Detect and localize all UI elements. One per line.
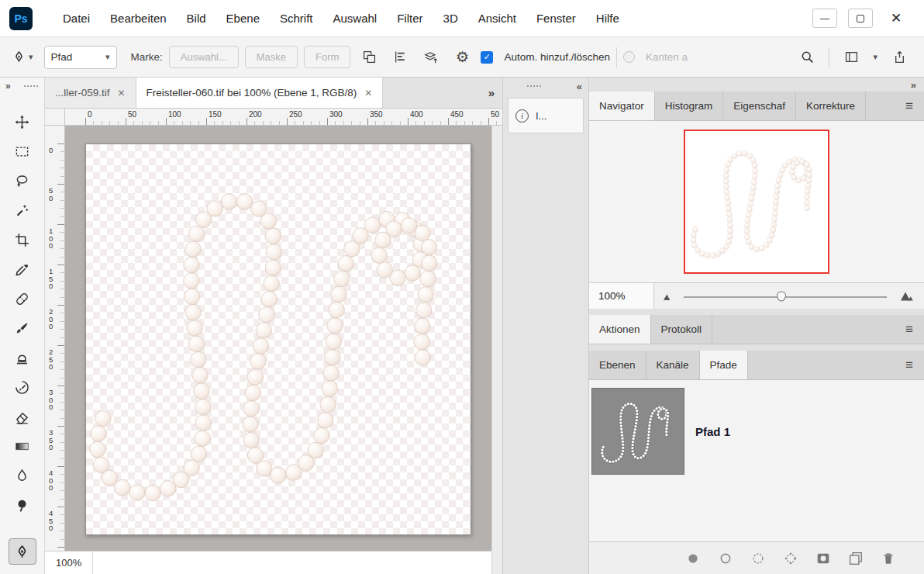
quick-selection-tool[interactable] xyxy=(9,197,36,223)
panel-grip[interactable] xyxy=(526,85,542,88)
brush-tool[interactable] xyxy=(9,315,36,341)
chevron-down-icon[interactable]: ▾ xyxy=(873,52,877,62)
option-button-2[interactable]: Form xyxy=(304,46,350,68)
option-button-0[interactable]: Auswahl... xyxy=(169,46,239,68)
gradient-tool[interactable] xyxy=(9,433,36,459)
stroke-path-button[interactable] xyxy=(718,551,733,566)
menu-item-2[interactable]: Bild xyxy=(177,0,216,37)
zoom-in-icon[interactable] xyxy=(890,290,924,302)
healing-brush-tool[interactable] xyxy=(9,285,36,312)
right-panel-header: » xyxy=(589,78,924,92)
slider-thumb[interactable] xyxy=(777,291,786,301)
crop-tool[interactable] xyxy=(9,226,36,253)
tab-close-icon[interactable]: ✕ xyxy=(364,88,372,99)
menu-item-0[interactable]: Datei xyxy=(53,0,100,37)
search-button[interactable] xyxy=(795,45,819,70)
dodge-tool[interactable] xyxy=(9,492,36,518)
droplet-icon xyxy=(15,469,29,483)
document-tab-0[interactable]: ...ller-059.tif✕ xyxy=(45,78,136,108)
add-mask-button[interactable] xyxy=(815,551,831,566)
fill-path-button[interactable] xyxy=(685,551,701,566)
kanten-label: Kanten a xyxy=(646,51,688,63)
eraser-tool[interactable] xyxy=(9,403,36,430)
collapsed-panel-column: « i I... xyxy=(502,78,589,574)
tab-ebenen[interactable]: Ebenen xyxy=(589,351,646,379)
move-tool[interactable] xyxy=(9,109,36,135)
panel-gap xyxy=(589,309,924,315)
canvas-viewport[interactable]: 05010015020025030035040045050 0501001502… xyxy=(45,109,502,574)
menu-item-4[interactable]: Schrift xyxy=(270,0,323,37)
delete-path-button[interactable] xyxy=(881,551,896,566)
panel-collapse-icon[interactable]: « xyxy=(577,81,582,92)
path-alignment-icon[interactable] xyxy=(388,45,412,70)
clone-stamp-tool[interactable] xyxy=(9,344,36,371)
menu-item-10[interactable]: Hilfe xyxy=(586,0,629,37)
lasso-icon xyxy=(15,174,29,188)
ruler-label: 400 xyxy=(49,469,53,492)
lasso-tool[interactable] xyxy=(9,168,36,194)
history-brush-tool[interactable] xyxy=(9,374,36,400)
eyedropper-tool[interactable] xyxy=(9,256,36,282)
load-path-as-selection-button[interactable] xyxy=(750,551,766,566)
navigator-preview[interactable] xyxy=(684,130,829,274)
menu-item-7[interactable]: 3D xyxy=(433,0,468,37)
tool-preset-picker[interactable]: ▾ xyxy=(8,47,38,67)
tab-close-icon[interactable]: ✕ xyxy=(118,88,126,99)
path-thumbnail[interactable] xyxy=(591,388,684,475)
canvas-page[interactable] xyxy=(85,144,471,535)
document-tab-1[interactable]: Freisteller-060.tif bei 100% (Ebene 1, R… xyxy=(136,78,384,108)
pen-settings-button[interactable]: ⚙ xyxy=(450,45,474,70)
new-path-button[interactable] xyxy=(848,551,864,566)
path-row[interactable]: Pfad 1 xyxy=(589,380,924,475)
menu-item-3[interactable]: Ebene xyxy=(216,0,270,37)
tab-aktionen[interactable]: Aktionen xyxy=(589,315,651,344)
minimize-button[interactable]: — xyxy=(812,9,837,28)
auto-add-checkbox[interactable]: ✓ xyxy=(481,51,493,64)
menu-item-1[interactable]: Bearbeiten xyxy=(100,0,177,37)
tab-eigenschaf[interactable]: Eigenschaf xyxy=(723,92,796,120)
gear-icon: ⚙ xyxy=(456,48,469,66)
option-button-1[interactable]: Maske xyxy=(245,46,298,68)
pen-tool[interactable] xyxy=(9,538,36,565)
menu-item-6[interactable]: Filter xyxy=(387,0,433,37)
tab-korrekture[interactable]: Korrekture xyxy=(796,92,866,120)
ruler-vertical: 0501001502002503003504004505 xyxy=(45,126,65,574)
info-panel-collapsed[interactable]: i I... xyxy=(508,98,584,133)
tab-histogram[interactable]: Histogram xyxy=(655,92,724,120)
rectangular-marquee-tool[interactable] xyxy=(9,138,36,164)
tool-mode-select[interactable]: Pfad ▾ xyxy=(44,46,117,69)
tab-navigator[interactable]: Navigator xyxy=(589,92,655,120)
panel-menu-icon[interactable]: ≡ xyxy=(895,92,924,120)
ruler-corner xyxy=(45,109,65,126)
path-operations-icon[interactable] xyxy=(357,45,381,70)
blur-tool[interactable] xyxy=(9,462,36,489)
vertical-scrollbar[interactable] xyxy=(491,126,502,574)
maximize-button[interactable] xyxy=(848,9,873,28)
menu-item-8[interactable]: Ansicht xyxy=(468,0,526,37)
toolbar-expand-icon[interactable]: » xyxy=(5,81,11,92)
tab-pfade[interactable]: Pfade xyxy=(700,351,748,379)
panel-gap xyxy=(589,344,924,351)
navigator-zoom-slider[interactable] xyxy=(681,283,890,309)
workspace-switcher-button[interactable] xyxy=(839,45,864,70)
panel-expand-icon[interactable]: » xyxy=(911,79,916,91)
navigator-zoom-field[interactable]: 100% xyxy=(589,283,654,309)
make-work-path-button[interactable] xyxy=(783,551,798,566)
zoom-out-icon[interactable] xyxy=(654,291,681,302)
toolbar-grip[interactable] xyxy=(23,85,39,88)
menu-item-5[interactable]: Auswahl xyxy=(323,0,388,37)
share-button[interactable] xyxy=(887,45,912,70)
panel-menu-icon[interactable]: ≡ xyxy=(895,351,924,379)
kanten-checkbox[interactable] xyxy=(623,51,635,63)
close-button[interactable]: ✕ xyxy=(884,9,908,28)
align-left-icon xyxy=(394,50,407,64)
path-arrangement-icon[interactable] xyxy=(419,45,443,70)
tab-overflow-icon[interactable]: » xyxy=(481,78,502,108)
panel-menu-icon[interactable]: ≡ xyxy=(895,315,924,344)
pen-icon xyxy=(12,50,26,64)
tab-protokoll[interactable]: Protokoll xyxy=(651,315,713,344)
tab-kanäle[interactable]: Kanäle xyxy=(646,351,700,379)
status-zoom-level[interactable]: 100% xyxy=(45,552,93,574)
photoshop-window: Ps DateiBearbeitenBildEbeneSchriftAuswah… xyxy=(0,0,924,574)
menu-item-9[interactable]: Fenster xyxy=(526,0,586,37)
